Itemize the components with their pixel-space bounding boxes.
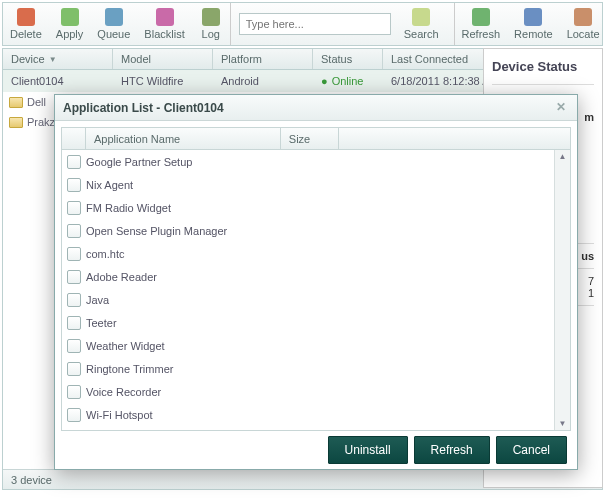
app-name: com.htc (86, 248, 125, 260)
list-item[interactable]: Voice Recorder (62, 380, 554, 403)
col-checkbox (62, 128, 86, 149)
col-status[interactable]: Status (313, 49, 383, 69)
col-app-size-label: Size (289, 133, 310, 145)
folder-icon (9, 97, 23, 108)
log-icon (202, 8, 220, 26)
scroll-up-icon[interactable]: ▲ (559, 152, 567, 161)
app-name: Java (86, 294, 109, 306)
cell-status: Online (313, 75, 383, 87)
col-app-name[interactable]: Application Name (86, 128, 281, 149)
checkbox[interactable] (67, 339, 81, 353)
list-item[interactable]: com.htc (62, 242, 554, 265)
queue-button[interactable]: Queue (90, 3, 137, 45)
list-item[interactable]: Java (62, 288, 554, 311)
refresh-button[interactable]: Refresh (455, 3, 508, 45)
checkbox[interactable] (67, 362, 81, 376)
list-item[interactable]: Google Partner Setup (62, 150, 554, 173)
col-device-label: Device (11, 53, 45, 65)
toolbar-btn-label: Locate (567, 28, 600, 40)
search-button[interactable]: Search (397, 5, 446, 43)
checkbox[interactable] (67, 293, 81, 307)
delete-icon (17, 8, 35, 26)
app-name: Wi-Fi Hotspot (86, 409, 153, 421)
queue-icon (105, 8, 123, 26)
col-status-label: Status (321, 53, 352, 65)
checkbox[interactable] (67, 224, 81, 238)
app-name: FM Radio Widget (86, 202, 171, 214)
col-model[interactable]: Model (113, 49, 213, 69)
search-icon (412, 8, 430, 26)
toolbar-btn-label: Search (404, 28, 439, 40)
dialog-titlebar[interactable]: Application List - Client0104 ✕ (55, 95, 577, 121)
list-item[interactable]: FM Radio Widget (62, 196, 554, 219)
search-input[interactable] (239, 13, 391, 35)
col-app-size[interactable]: Size (281, 128, 339, 149)
remote-icon (524, 8, 542, 26)
grid-footer-text: 3 device (11, 474, 52, 486)
cell-device: Client0104 (3, 75, 113, 87)
app-name: Google Partner Setup (86, 156, 192, 168)
app-name: Nix Agent (86, 179, 133, 191)
col-app-name-label: Application Name (94, 133, 180, 145)
col-model-label: Model (121, 53, 151, 65)
main-toolbar: DeleteApplyQueueBlacklistLog Search Refr… (2, 2, 603, 46)
remote-button[interactable]: Remote (507, 3, 560, 45)
app-list-header: Application Name Size (62, 128, 570, 150)
folder-label: Dell (27, 96, 46, 108)
refresh-button[interactable]: Refresh (414, 436, 490, 464)
checkbox[interactable] (67, 247, 81, 261)
app-name: Ringtone Trimmer (86, 363, 173, 375)
list-item[interactable]: Nix Agent (62, 173, 554, 196)
refresh-icon (472, 8, 490, 26)
panel-title: Device Status (492, 59, 594, 74)
scroll-down-icon[interactable]: ▼ (559, 419, 567, 428)
checkbox[interactable] (67, 408, 81, 422)
chevron-down-icon: ▼ (49, 55, 57, 64)
application-list: Application Name Size Google Partner Set… (61, 127, 571, 431)
list-item[interactable]: Wi-Fi Hotspot (62, 403, 554, 426)
col-platform-label: Platform (221, 53, 262, 65)
checkbox[interactable] (67, 270, 81, 284)
cancel-button[interactable]: Cancel (496, 436, 567, 464)
apply-icon (61, 8, 79, 26)
list-item[interactable]: Open Sense Plugin Manager (62, 219, 554, 242)
col-last-label: Last Connected (391, 53, 468, 65)
locate-button[interactable]: Locate (560, 3, 605, 45)
cell-model: HTC Wildfire (113, 75, 213, 87)
list-item[interactable]: Weather Widget (62, 334, 554, 357)
checkbox[interactable] (67, 385, 81, 399)
dialog-title: Application List - Client0104 (63, 101, 224, 115)
app-name: Teeter (86, 317, 117, 329)
toolbar-btn-label: Apply (56, 28, 84, 40)
uninstall-button[interactable]: Uninstall (328, 436, 408, 464)
apply-button[interactable]: Apply (49, 3, 91, 45)
blacklist-icon (156, 8, 174, 26)
blacklist-button[interactable]: Blacklist (137, 3, 191, 45)
toolbar-btn-label: Queue (97, 28, 130, 40)
toolbar-btn-label: Delete (10, 28, 42, 40)
col-device[interactable]: Device ▼ (3, 49, 113, 69)
toolbar-btn-label: Remote (514, 28, 553, 40)
checkbox[interactable] (67, 316, 81, 330)
log-button[interactable]: Log (192, 3, 230, 45)
folder-icon (9, 117, 23, 128)
list-item[interactable]: Adobe Reader (62, 265, 554, 288)
scrollbar[interactable]: ▲ ▼ (554, 150, 570, 430)
app-name: Adobe Reader (86, 271, 157, 283)
app-name: Weather Widget (86, 340, 165, 352)
close-icon[interactable]: ✕ (553, 100, 569, 116)
delete-button[interactable]: Delete (3, 3, 49, 45)
app-name: Voice Recorder (86, 386, 161, 398)
list-item[interactable]: Ringtone Trimmer (62, 357, 554, 380)
list-item[interactable]: Teeter (62, 311, 554, 334)
checkbox[interactable] (67, 178, 81, 192)
toolbar-btn-label: Refresh (462, 28, 501, 40)
toolbar-btn-label: Blacklist (144, 28, 184, 40)
col-platform[interactable]: Platform (213, 49, 313, 69)
folder-label: Prakz (27, 116, 55, 128)
checkbox[interactable] (67, 155, 81, 169)
app-name: Open Sense Plugin Manager (86, 225, 227, 237)
cell-platform: Android (213, 75, 313, 87)
locate-icon (574, 8, 592, 26)
checkbox[interactable] (67, 201, 81, 215)
